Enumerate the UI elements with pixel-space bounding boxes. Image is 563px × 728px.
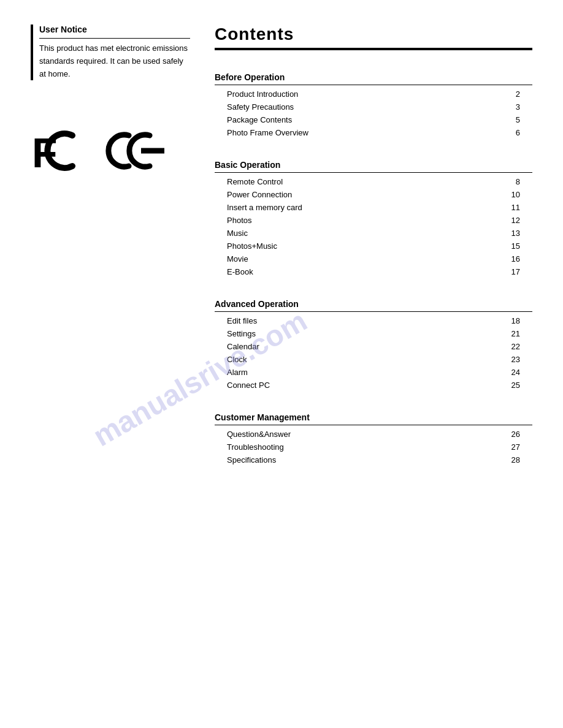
- toc-item-label: Music: [227, 229, 508, 238]
- right-column: Contents Before OperationProduct Introdu…: [215, 25, 532, 477]
- toc-item-page: 6: [508, 128, 520, 137]
- toc-item-label: Photo Frame Overview: [227, 128, 508, 137]
- toc-item-label: Clock: [227, 355, 508, 364]
- toc-item-page: 23: [508, 355, 520, 364]
- toc-item-page: 25: [508, 381, 520, 390]
- toc-section-before-operation: Before OperationProduct Introduction2Saf…: [215, 63, 532, 139]
- toc-item: Package Contents5: [215, 113, 532, 126]
- toc-item-label: Product Introduction: [227, 89, 508, 99]
- toc-item: E-Book17: [215, 265, 532, 278]
- toc-item-page: 10: [508, 190, 520, 199]
- toc-item: Specifications28: [215, 453, 532, 466]
- section-title-before-operation: Before Operation: [215, 67, 532, 85]
- toc-item-label: Edit files: [227, 316, 508, 325]
- toc-item: Settings21: [215, 327, 532, 340]
- toc-sections: Before OperationProduct Introduction2Saf…: [215, 63, 532, 466]
- toc-item-label: Connect PC: [227, 381, 508, 390]
- toc-item-page: 2: [508, 89, 520, 99]
- certification-logos: F: [31, 117, 190, 184]
- toc-item-label: Calendar: [227, 342, 508, 351]
- toc-item-label: Safety Precautions: [227, 102, 508, 112]
- toc-item: Product Introduction2: [215, 88, 532, 100]
- toc-item-label: Remote Control: [227, 177, 508, 186]
- toc-item-page: 28: [508, 455, 520, 464]
- toc-item: Alarm24: [215, 366, 532, 379]
- toc-item: Photo Frame Overview6: [215, 126, 532, 139]
- user-notice-box: User Notice This product has met electro…: [31, 25, 190, 80]
- toc-item-label: Alarm: [227, 368, 508, 377]
- toc-item: Insert a memory card11: [215, 201, 532, 214]
- toc-section-advanced-operation: Advanced OperationEdit files18Settings21…: [215, 289, 532, 392]
- toc-item: Movie16: [215, 252, 532, 265]
- toc-item-page: 27: [508, 442, 520, 452]
- toc-item-page: 24: [508, 368, 520, 377]
- toc-item-page: 21: [508, 329, 520, 338]
- ce-logo: [104, 129, 166, 172]
- contents-header: Contents: [215, 25, 532, 50]
- toc-item: Power Connection10: [215, 188, 532, 201]
- toc-item: Photos+Music15: [215, 240, 532, 252]
- toc-item-label: Troubleshooting: [227, 442, 508, 452]
- toc-section-customer-management: Customer ManagementQuestion&Answer26Trou…: [215, 403, 532, 466]
- toc-section-basic-operation: Basic OperationRemote Control8Power Conn…: [215, 150, 532, 278]
- toc-item-page: 5: [508, 115, 520, 124]
- toc-item-page: 16: [508, 254, 520, 264]
- contents-title: Contents: [215, 25, 532, 44]
- toc-item-page: 22: [508, 342, 520, 351]
- toc-item: Remote Control8: [215, 175, 532, 188]
- toc-item-label: Photos+Music: [227, 241, 508, 251]
- toc-item: Photos12: [215, 214, 532, 227]
- fc-svg: F: [31, 129, 92, 172]
- toc-item-label: Specifications: [227, 455, 508, 464]
- toc-item-label: Power Connection: [227, 190, 508, 199]
- toc-item-page: 8: [508, 177, 520, 186]
- user-notice-text: This product has met electronic emission…: [39, 42, 190, 80]
- contents-header-line: [215, 48, 532, 50]
- toc-item-page: 3: [508, 102, 520, 112]
- left-column: User Notice This product has met electro…: [31, 25, 190, 477]
- toc-item-label: E-Book: [227, 267, 508, 276]
- ce-svg: [104, 129, 166, 172]
- toc-item: Clock23: [215, 353, 532, 366]
- fc-logo: F: [31, 129, 92, 172]
- toc-item-page: 15: [508, 241, 520, 251]
- toc-item-label: Insert a memory card: [227, 203, 508, 212]
- toc-item: Calendar22: [215, 340, 532, 353]
- toc-item-label: Package Contents: [227, 115, 508, 124]
- section-title-advanced-operation: Advanced Operation: [215, 294, 532, 312]
- toc-item-label: Settings: [227, 329, 508, 338]
- toc-item: Music13: [215, 227, 532, 240]
- toc-item: Connect PC25: [215, 379, 532, 392]
- toc-item-page: 17: [508, 267, 520, 276]
- toc-item-label: Movie: [227, 254, 508, 264]
- section-title-basic-operation: Basic Operation: [215, 155, 532, 173]
- toc-item-page: 12: [508, 216, 520, 225]
- toc-item-page: 13: [508, 229, 520, 238]
- toc-item: Safety Precautions3: [215, 100, 532, 113]
- toc-item: Edit files18: [215, 314, 532, 327]
- section-title-customer-management: Customer Management: [215, 408, 532, 425]
- toc-item-page: 18: [508, 316, 520, 325]
- toc-item: Troubleshooting27: [215, 441, 532, 453]
- user-notice-title: User Notice: [39, 25, 190, 39]
- toc-item-page: 26: [508, 430, 520, 439]
- toc-item-page: 11: [508, 203, 520, 212]
- toc-item-label: Question&Answer: [227, 430, 508, 439]
- toc-item: Question&Answer26: [215, 428, 532, 441]
- toc-item-label: Photos: [227, 216, 508, 225]
